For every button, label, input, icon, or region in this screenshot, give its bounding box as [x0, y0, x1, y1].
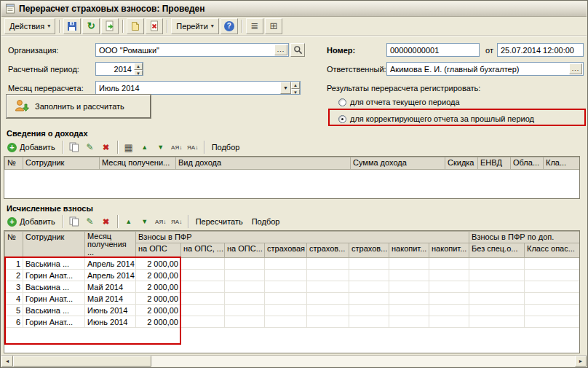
- cell-empty[interactable]: [307, 293, 349, 305]
- cell-number[interactable]: 5: [5, 305, 23, 316]
- period-spinner[interactable]: ▲ ▼: [134, 63, 143, 75]
- column-header[interactable]: Кла...: [544, 157, 580, 170]
- contrib-recalculate-button[interactable]: Пересчитать: [192, 214, 247, 229]
- titlebar[interactable]: Перерасчет страховых взносов: Проведен: [1, 1, 587, 17]
- responsible-ellipsis-button[interactable]: ...: [569, 63, 582, 74]
- cell-empty[interactable]: [349, 258, 389, 270]
- cell-empty[interactable]: [429, 305, 469, 316]
- cell-empty[interactable]: [349, 305, 389, 316]
- post-button[interactable]: [101, 18, 119, 34]
- cell-empty[interactable]: [429, 281, 469, 293]
- column-header[interactable]: страхов...: [349, 243, 389, 258]
- cell-employee[interactable]: Васькина ...: [23, 305, 85, 316]
- org-ellipsis-button[interactable]: ...: [274, 44, 287, 55]
- column-header[interactable]: Месяц получени...: [100, 157, 176, 170]
- help-button[interactable]: ?: [220, 18, 238, 34]
- column-header[interactable]: Сотрудник: [23, 232, 85, 258]
- column-header[interactable]: на ОПС...: [225, 243, 265, 258]
- income-pick-button[interactable]: Подбор: [208, 140, 244, 154]
- cell-empty[interactable]: [181, 258, 225, 270]
- form-settings-button[interactable]: ⊞: [265, 18, 282, 34]
- cell-empty[interactable]: [389, 258, 429, 270]
- column-header[interactable]: Сумма дохода: [351, 157, 445, 170]
- cell-empty[interactable]: [349, 293, 389, 305]
- cell-empty[interactable]: [429, 270, 469, 281]
- cell-empty[interactable]: [307, 305, 349, 316]
- cell-number[interactable]: 2: [5, 270, 23, 281]
- contrib-sort-asc-button[interactable]: АЯ↓: [154, 214, 168, 229]
- combo-arrow-icon[interactable]: ▼: [280, 82, 291, 94]
- income-sort-desc-button[interactable]: ЯА↓: [186, 140, 200, 154]
- table-row[interactable]: 6 Горин Анат... Июнь 2014 2 000,00: [5, 316, 580, 328]
- cell-empty[interactable]: [389, 305, 429, 316]
- cell-empty[interactable]: [265, 305, 307, 316]
- cell-empty[interactable]: [389, 293, 429, 305]
- spin-down-icon[interactable]: ▼: [291, 89, 300, 95]
- cell-empty[interactable]: [181, 305, 225, 316]
- radio-icon[interactable]: [338, 98, 346, 106]
- cell-empty[interactable]: [265, 270, 307, 281]
- cell-empty[interactable]: [265, 281, 307, 293]
- cell-month[interactable]: Май 2014: [85, 281, 136, 293]
- cell-empty[interactable]: [181, 270, 225, 281]
- responsible-field[interactable]: Акимова Е. И. (главный бухгалтер) ...: [386, 62, 584, 76]
- contrib-copy-row-button[interactable]: [67, 214, 82, 229]
- cell-empty[interactable]: [225, 293, 265, 305]
- cell-empty[interactable]: [429, 316, 469, 328]
- cell-empty[interactable]: [307, 258, 349, 270]
- cell-employee[interactable]: Горин Анат...: [23, 270, 85, 281]
- org-field[interactable]: ООО "Ромашки" ...: [95, 43, 289, 57]
- radio-correction-period[interactable]: для корректирующего отчета за прошлый пе…: [338, 114, 534, 123]
- cell-empty[interactable]: [349, 270, 389, 281]
- column-group-header[interactable]: Взносы в ПФР: [136, 232, 469, 243]
- cell-empty[interactable]: [469, 281, 525, 293]
- cell-ops[interactable]: 2 000,00: [136, 305, 181, 316]
- cell-empty[interactable]: [525, 270, 580, 281]
- spin-up-icon[interactable]: ▲: [134, 63, 143, 70]
- record-button[interactable]: [63, 18, 81, 34]
- contrib-delete-row-button[interactable]: ✖: [99, 214, 114, 229]
- cell-empty[interactable]: [225, 258, 265, 270]
- cell-empty[interactable]: [181, 293, 225, 305]
- column-header[interactable]: Без спец.о...: [469, 243, 525, 258]
- create-based-on-button[interactable]: [127, 18, 144, 34]
- cell-empty[interactable]: [307, 281, 349, 293]
- month-spinner[interactable]: ▲ ▼: [291, 82, 300, 94]
- cell-empty[interactable]: [429, 293, 469, 305]
- column-header[interactable]: №: [5, 157, 23, 170]
- cell-empty[interactable]: [525, 281, 580, 293]
- cell-empty[interactable]: [265, 258, 307, 270]
- column-header[interactable]: страховая: [265, 243, 307, 258]
- fill-and-calculate-button[interactable]: Заполнить и рассчитать: [7, 95, 151, 118]
- cell-month[interactable]: Апрель 2014: [85, 258, 136, 270]
- contrib-move-up-button[interactable]: ▲: [122, 214, 136, 229]
- cell-empty[interactable]: [349, 281, 389, 293]
- number-field[interactable]: 00000000001: [386, 43, 480, 57]
- cell-empty[interactable]: [469, 316, 525, 328]
- cell-empty[interactable]: [181, 316, 225, 328]
- cell-employee[interactable]: Горин Анат...: [23, 316, 85, 328]
- column-group-header[interactable]: Взносы в ПФР по доп.: [469, 232, 580, 243]
- cell-empty[interactable]: [349, 316, 389, 328]
- cell-empty[interactable]: [525, 305, 580, 316]
- column-header[interactable]: Сотрудник: [23, 157, 100, 170]
- cell-empty[interactable]: [525, 258, 580, 270]
- radio-selected-icon[interactable]: [338, 115, 346, 123]
- spin-up-icon[interactable]: ▲: [291, 82, 300, 89]
- cell-empty[interactable]: [389, 281, 429, 293]
- column-header[interactable]: накопит...: [389, 243, 429, 258]
- cell-employee[interactable]: Горин Анат...: [23, 293, 85, 305]
- cell-empty[interactable]: [469, 258, 525, 270]
- column-header[interactable]: ЕНВД: [478, 157, 511, 170]
- cell-empty[interactable]: [265, 316, 307, 328]
- period-field[interactable]: 2014 ▲ ▼: [95, 62, 143, 76]
- cell-number[interactable]: 3: [5, 281, 23, 293]
- scroll-right-button[interactable]: ►: [575, 356, 587, 367]
- table-row[interactable]: 1 Васькина ... Апрель 2014 2 000,00: [5, 258, 580, 270]
- income-add-button[interactable]: + Добавить: [4, 140, 59, 154]
- cell-empty[interactable]: [469, 270, 525, 281]
- scrollbar-thumb[interactable]: [13, 356, 151, 367]
- cell-empty[interactable]: [225, 281, 265, 293]
- column-header[interactable]: на ОПС, ...: [181, 243, 225, 258]
- cell-ops[interactable]: 2 000,00: [136, 293, 181, 305]
